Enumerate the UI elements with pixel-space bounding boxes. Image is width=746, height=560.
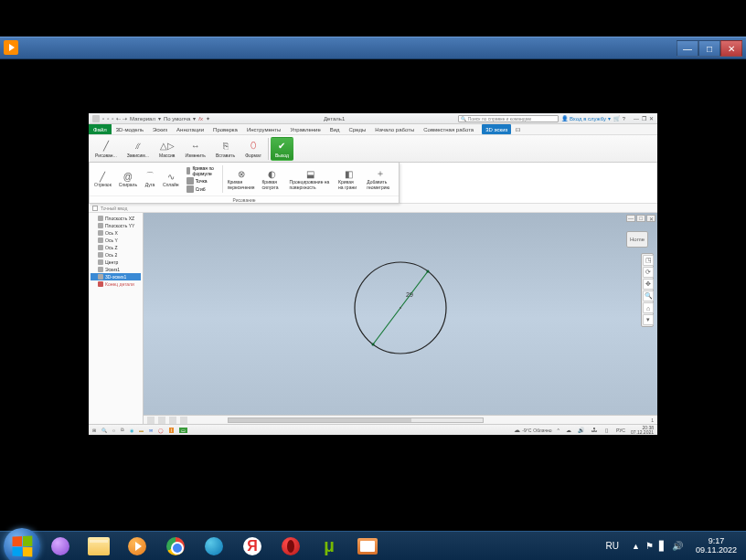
browser-node[interactable]: Ось 2 [91,251,141,259]
inner-mail-icon[interactable]: ✉ [149,428,153,433]
inner-opera-icon[interactable]: ◯ [158,428,164,433]
inner-taskview-icon[interactable]: ⧉ [121,427,124,433]
ribbon-constrain-button[interactable]: ⫽Зависим... [123,137,154,161]
tab-collaborate[interactable]: Совместная работа [419,124,478,134]
viewport-maximize[interactable]: □ [636,215,645,222]
browser-node[interactable]: Центр [91,259,141,266]
inner-search-icon[interactable]: 🔍 [101,428,107,433]
tab-tools[interactable]: Инструменты [242,124,285,134]
browser-node[interactable]: Ось X [91,229,141,237]
inner-app-icon-2[interactable]: ▭ [179,428,187,433]
browser-node[interactable]: Плоскость YY [91,222,141,229]
taskbar-edge[interactable] [196,534,232,559]
tool-formula-curve[interactable]: Кривая по формуле [186,165,218,176]
tab-manage[interactable]: Управление [285,124,325,134]
ribbon-insert-button[interactable]: ⎘Вставить [211,137,240,161]
nav-more-icon[interactable]: ▾ [643,314,654,325]
tool-silhouette-curve[interactable]: ◐Кривая силуэта [259,168,284,190]
qat-open-icon[interactable]: ▫ [107,116,109,122]
tool-face-curve[interactable]: ◧Кривая на грани [336,168,362,190]
taskbar-opera[interactable] [272,534,309,559]
home-view-button[interactable]: Home [626,231,648,248]
inner-tray-arrow[interactable]: ^ [558,428,560,433]
inner-onedrive-icon[interactable]: ☁ [565,427,572,434]
tray-flag-icon[interactable]: ⚑ [645,541,654,551]
tool-bend[interactable]: Сгиб [186,185,218,193]
taskbar-yandex[interactable]: Я [234,534,271,559]
inner-close-button[interactable]: ✕ [649,115,654,122]
viewport[interactable]: — □ ✕ Home ◳ ⟳ ✥ 🔍 ⌂ ▾ 29 [144,213,657,424]
inner-restore-button[interactable]: ❐ [642,115,646,122]
inner-clock[interactable]: 20:38 07.12.2021 [631,426,654,435]
horizontal-scrollbar[interactable] [228,417,484,423]
material-dropdown[interactable]: Материал [130,116,155,122]
tab-annotate[interactable]: Аннотации [172,124,208,134]
fx-button[interactable]: fx [198,116,203,122]
tray-volume-icon[interactable]: 🔊 [672,541,683,551]
tab-view[interactable]: Вид [325,124,345,134]
qat-new-icon[interactable]: ▫ [102,116,104,122]
tab-3dsketch[interactable]: 3D эскиз [482,124,511,134]
browser-node-end[interactable]: Конец детали [91,280,141,288]
taskbar-powerpoint[interactable] [349,534,386,559]
inner-battery-icon[interactable]: ▯ [603,427,611,434]
tray-overflow-icon[interactable]: ▲ [632,542,640,551]
cart-icon[interactable]: 🛒 [613,115,620,122]
browser-node[interactable]: Ось Z [91,244,141,251]
tab-environments[interactable]: Среды [345,124,371,134]
qat-save-icon[interactable]: ▫ [112,116,113,122]
inner-network-icon[interactable]: 🖧 [591,427,598,434]
tool-point[interactable]: Точка [186,177,218,185]
signin-link[interactable]: 👤 Вход в службу ▾ [561,115,610,122]
language-indicator[interactable]: RU [601,541,624,551]
tool-spiral[interactable]: @Спираль [116,171,140,187]
inner-weather[interactable]: ☁ -9°C Облачно [514,427,551,434]
taskbar-orb-app[interactable] [42,534,79,559]
tab-getstarted[interactable]: Начало работы [370,124,419,134]
lookat-icon[interactable]: ⌂ [643,302,654,313]
taskbar-utorrent[interactable]: µ [311,534,347,559]
inner-start-icon[interactable]: ⊞ [92,428,96,433]
vf-icon[interactable] [169,417,176,424]
ribbon-finish-button[interactable]: ✔Выход [271,137,293,161]
precise-input-checkbox[interactable] [92,206,98,211]
inner-explorer-icon[interactable]: ▬ [139,428,144,433]
viewport-minimize[interactable]: — [626,215,635,222]
browser-node[interactable]: Плоскость XZ [91,215,141,222]
close-button[interactable]: ✕ [720,40,742,57]
ribbon-pattern-button[interactable]: △▷Массив [155,137,179,161]
inner-lang[interactable]: РУС [616,428,625,433]
tool-add-geometry[interactable]: ＋Добавить геометрию [364,168,397,190]
model-browser[interactable]: Плоскость XZ Плоскость YY Ось X Ось Y Ос… [89,213,144,424]
help-search-input[interactable]: 🔍 Поиск по справке и командам [458,115,559,122]
taskbar-explorer[interactable] [80,534,117,559]
vf-icon[interactable] [147,417,155,424]
help-icon[interactable]: ? [623,116,625,122]
maximize-button[interactable]: □ [698,40,720,57]
inner-edge-icon[interactable]: ◉ [130,428,133,433]
tool-project-surface[interactable]: ⬓Проецирование на поверхность [287,168,335,190]
viewport-close[interactable]: ✕ [646,215,655,222]
vf-icon[interactable] [158,417,165,424]
pan-icon[interactable]: ✥ [643,279,654,290]
browser-node[interactable]: Ось Y [91,237,141,244]
vf-icon[interactable] [180,417,187,424]
default-dropdown[interactable]: По умолча [164,116,190,122]
tool-arc[interactable]: ⌒Дуга [142,171,158,187]
taskbar-clock[interactable]: 9:17 09.11.2022 [690,537,742,555]
browser-node-selected[interactable]: 3D-эскиз1 [91,273,141,280]
viewcube-icon[interactable]: ◳ [643,255,654,266]
sketch-circle[interactable]: 29 [346,253,455,363]
taskbar-media-player[interactable] [119,534,155,559]
taskbar-chrome[interactable] [157,534,194,559]
tool-intersect-curve[interactable]: ⊗Кривая пересечения [225,168,258,190]
inner-minimize-button[interactable]: — [634,116,639,122]
browser-node[interactable]: Эскиз1 [91,266,141,273]
ribbon-draw-button[interactable]: ╱Рисован... [91,137,122,161]
tab-3dmodel[interactable]: 3D-модель [112,124,148,134]
start-button[interactable] [4,528,40,561]
inner-volume-icon[interactable]: 🔊 [578,427,585,434]
orbit-icon[interactable]: ⟳ [643,267,654,278]
tray-network-icon[interactable]: ▋ [659,541,666,551]
ribbon-modify-button[interactable]: ↔Изменить [180,137,210,161]
